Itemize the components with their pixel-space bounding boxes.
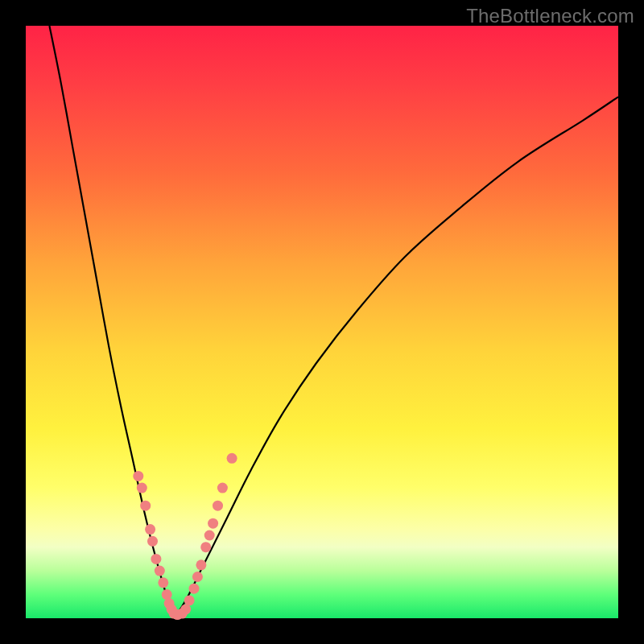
scatter-dot: [196, 559, 206, 570]
scatter-dot: [145, 524, 155, 535]
plot-area: [26, 26, 618, 618]
scatter-dot: [180, 605, 191, 615]
scatter-dot: [133, 471, 143, 481]
scatter-dot: [189, 584, 200, 594]
scatter-dot: [213, 501, 223, 511]
scatter-dots: [133, 453, 237, 620]
scatter-dot: [162, 589, 172, 600]
scatter-dot: [208, 518, 218, 529]
scatter-dot: [227, 453, 237, 464]
scatter-dot: [158, 577, 168, 588]
scatter-dot: [147, 536, 158, 547]
scatter-dot: [192, 572, 203, 582]
scatter-dot: [155, 566, 165, 576]
scatter-dot: [184, 595, 195, 605]
watermark-text: TheBottleneck.com: [466, 5, 634, 27]
scatter-dot: [204, 530, 215, 541]
scatter-dot: [200, 542, 211, 552]
scatter-dot: [151, 554, 161, 564]
curves-svg: [26, 26, 618, 618]
right-branch-curve: [174, 97, 618, 618]
scatter-dot: [217, 483, 228, 493]
chart-frame: TheBottleneck.com: [0, 0, 644, 644]
scatter-dot: [137, 483, 147, 493]
scatter-dot: [140, 501, 151, 511]
